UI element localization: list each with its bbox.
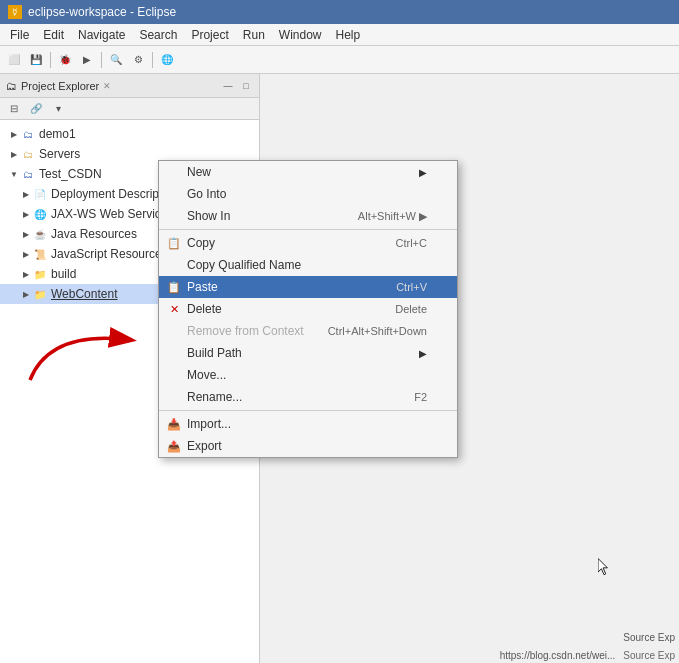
ctx-label-copy-qualified: Copy Qualified Name xyxy=(187,258,301,272)
icon-java: ☕ xyxy=(32,226,48,242)
panel-menu-btn[interactable]: ▾ xyxy=(48,99,68,119)
arrow-java: ▶ xyxy=(20,228,32,240)
collapse-all-btn[interactable]: ⊟ xyxy=(4,99,24,119)
icon-build: 📁 xyxy=(32,266,48,282)
ctx-item-remove-from-context: Remove from Context Ctrl+Alt+Shift+Down xyxy=(159,320,457,342)
arrow-servers: ▶ xyxy=(8,148,20,160)
icon-js: 📜 xyxy=(32,246,48,262)
arrow-deployment: ▶ xyxy=(20,188,32,200)
ctx-label-export: Export xyxy=(187,439,222,453)
ctx-item-showin[interactable]: Show In Alt+Shift+W ▶ xyxy=(159,205,457,227)
panel-header: 🗂 Project Explorer ✕ — □ xyxy=(0,74,259,98)
arrow-webcontent: ▶ xyxy=(20,288,32,300)
label-demo1: demo1 xyxy=(39,127,76,141)
icon-demo1: 🗂 xyxy=(20,126,36,142)
label-java: Java Resources xyxy=(51,227,137,241)
ctx-item-delete[interactable]: ✕ Delete Delete xyxy=(159,298,457,320)
ctx-shortcut-delete: Delete xyxy=(395,303,427,315)
icon-jaxws: 🌐 xyxy=(32,206,48,222)
toolbar-new[interactable]: ⬜ xyxy=(4,50,24,70)
ctx-item-rename[interactable]: Rename... F2 xyxy=(159,386,457,408)
ctx-label-copy: Copy xyxy=(187,236,215,250)
label-build: build xyxy=(51,267,76,281)
main-toolbar: ⬜ 💾 🐞 ▶ 🔍 ⚙ 🌐 xyxy=(0,46,679,74)
ctx-item-gointo[interactable]: Go Into xyxy=(159,183,457,205)
ctx-item-paste[interactable]: 📋 Paste Ctrl+V xyxy=(159,276,457,298)
icon-testcsdn: 🗂 xyxy=(20,166,36,182)
ctx-item-move[interactable]: Move... xyxy=(159,364,457,386)
menu-window[interactable]: Window xyxy=(273,26,328,44)
toolbar-search[interactable]: 🔍 xyxy=(106,50,126,70)
title-bar: ☿ eclipse-workspace - Eclipse xyxy=(0,0,679,24)
menu-search[interactable]: Search xyxy=(133,26,183,44)
toolbar-run[interactable]: ▶ xyxy=(77,50,97,70)
menu-edit[interactable]: Edit xyxy=(37,26,70,44)
ctx-item-build-path[interactable]: Build Path ▶ xyxy=(159,342,457,364)
ctx-label-remove-from-context: Remove from Context xyxy=(187,324,304,338)
ctx-shortcut-showin: Alt+Shift+W ▶ xyxy=(358,210,427,223)
ctx-label-build-path: Build Path xyxy=(187,346,242,360)
ctx-label-gointo: Go Into xyxy=(187,187,226,201)
project-explorer-icon: 🗂 xyxy=(6,80,17,92)
tree-item-demo1[interactable]: ▶ 🗂 demo1 xyxy=(0,124,259,144)
label-servers: Servers xyxy=(39,147,80,161)
ctx-shortcut-rename: F2 xyxy=(414,391,427,403)
menu-run[interactable]: Run xyxy=(237,26,271,44)
ctx-item-copy-qualified[interactable]: Copy Qualified Name xyxy=(159,254,457,276)
panel-toolbar: ⊟ 🔗 ▾ xyxy=(0,98,259,120)
ctx-sep-2 xyxy=(159,410,457,411)
ctx-arrow-build-path: ▶ xyxy=(419,348,427,359)
ctx-label-move: Move... xyxy=(187,368,226,382)
eclipse-icon: ☿ xyxy=(8,5,22,19)
ctx-item-new[interactable]: New ▶ xyxy=(159,161,457,183)
panel-title-text: Project Explorer xyxy=(21,80,99,92)
ctx-shortcut-remove-from-context: Ctrl+Alt+Shift+Down xyxy=(328,325,427,337)
ctx-arrow-new: ▶ xyxy=(419,167,427,178)
toolbar-separator-3 xyxy=(152,52,153,68)
toolbar-debug[interactable]: 🐞 xyxy=(55,50,75,70)
menu-navigate[interactable]: Navigate xyxy=(72,26,131,44)
menu-project[interactable]: Project xyxy=(185,26,234,44)
ctx-icon-import: 📥 xyxy=(165,415,183,433)
ctx-shortcut-paste: Ctrl+V xyxy=(396,281,427,293)
menu-file[interactable]: File xyxy=(4,26,35,44)
status-bar: https://blog.csdn.net/wei... Source Exp xyxy=(479,647,679,663)
arrow-jaxws: ▶ xyxy=(20,208,32,220)
toolbar-settings[interactable]: ⚙ xyxy=(128,50,148,70)
arrow-build: ▶ xyxy=(20,268,32,280)
toolbar-separator-1 xyxy=(50,52,51,68)
status-url: https://blog.csdn.net/wei... xyxy=(500,650,616,661)
panel-title: 🗂 Project Explorer ✕ xyxy=(6,80,111,92)
menu-help[interactable]: Help xyxy=(330,26,367,44)
panel-controls: — □ xyxy=(221,79,253,93)
arrow-demo1: ▶ xyxy=(8,128,20,140)
panel-maximize-btn[interactable]: □ xyxy=(239,79,253,93)
source-explorer-label: Source Exp xyxy=(623,632,675,643)
arrow-js: ▶ xyxy=(20,248,32,260)
ctx-label-rename: Rename... xyxy=(187,390,242,404)
ctx-label-paste: Paste xyxy=(187,280,218,294)
link-editor-btn[interactable]: 🔗 xyxy=(26,99,46,119)
icon-webcontent: 📁 xyxy=(32,286,48,302)
ctx-item-export[interactable]: 📤 Export xyxy=(159,435,457,457)
ctx-shortcut-copy: Ctrl+C xyxy=(396,237,427,249)
ctx-label-showin: Show In xyxy=(187,209,230,223)
context-menu: New ▶ Go Into Show In Alt+Shift+W ▶ 📋 Co… xyxy=(158,160,458,458)
ctx-label-new: New xyxy=(187,165,211,179)
ctx-item-import[interactable]: 📥 Import... xyxy=(159,413,457,435)
panel-minimize-btn[interactable]: — xyxy=(221,79,235,93)
toolbar-perspective[interactable]: 🌐 xyxy=(157,50,177,70)
source-exp-label: Source Exp xyxy=(623,650,675,661)
toolbar-save[interactable]: 💾 xyxy=(26,50,46,70)
ctx-icon-paste: 📋 xyxy=(165,278,183,296)
icon-servers: 🗂 xyxy=(20,146,36,162)
ctx-label-delete: Delete xyxy=(187,302,222,316)
ctx-item-copy[interactable]: 📋 Copy Ctrl+C xyxy=(159,232,457,254)
menu-bar: File Edit Navigate Search Project Run Wi… xyxy=(0,24,679,46)
panel-close-x[interactable]: ✕ xyxy=(103,81,111,91)
label-testcsdn: Test_CSDN xyxy=(39,167,102,181)
ctx-icon-copy: 📋 xyxy=(165,234,183,252)
label-webcontent: WebContent xyxy=(51,287,118,301)
arrow-testcsdn: ▼ xyxy=(8,168,20,180)
window-title: eclipse-workspace - Eclipse xyxy=(28,5,176,19)
